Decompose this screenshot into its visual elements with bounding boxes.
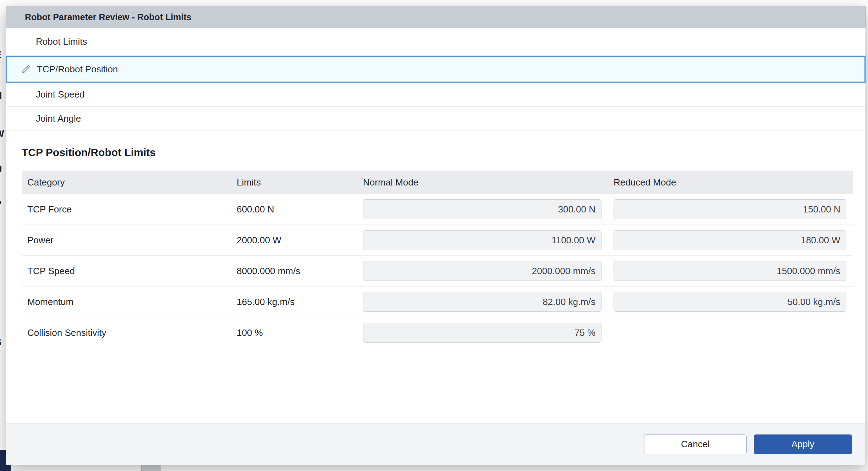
- row-limit: 100 %: [231, 327, 357, 338]
- table-header-row: Category Limits Normal Mode Reduced Mode: [22, 171, 853, 194]
- normal-mode-input[interactable]: [363, 323, 601, 343]
- nav-list: Robot Limits TCP/Robot Position Joint Sp…: [6, 28, 866, 131]
- row-limit: 8000.000 mm/s: [231, 266, 357, 277]
- row-limit: 600.00 N: [231, 204, 357, 215]
- normal-mode-input[interactable]: [363, 292, 601, 312]
- table-row-tcp-speed: TCP Speed 8000.000 mm/s: [22, 256, 853, 287]
- nav-item-label: Robot Limits: [36, 36, 87, 47]
- background-text-fragment: W: [0, 128, 5, 140]
- background-text-fragment: P: [0, 199, 5, 211]
- robot-parameter-dialog: Robot Parameter Review - Robot Limits Ro…: [6, 6, 866, 465]
- cancel-button[interactable]: Cancel: [644, 434, 747, 454]
- nav-item-joint-angle[interactable]: Joint Angle: [6, 107, 866, 131]
- normal-mode-input[interactable]: [363, 230, 601, 250]
- row-limit: 165.00 kg.m/s: [231, 297, 357, 307]
- dialog-footer: Cancel Apply: [6, 423, 866, 465]
- apply-button[interactable]: Apply: [754, 434, 852, 454]
- normal-mode-input[interactable]: [363, 261, 601, 281]
- dialog-title-bar: Robot Parameter Review - Robot Limits: [6, 6, 866, 28]
- table-row-power: Power 2000.00 W: [22, 225, 853, 256]
- pencil-edit-icon: [20, 63, 32, 75]
- background-text-fragment: E: [0, 50, 5, 62]
- row-category: Power: [22, 235, 231, 246]
- section-title: TCP Position/Robot Limits: [22, 146, 866, 159]
- background-text-fragment: N: [0, 90, 5, 102]
- nav-item-robot-limits[interactable]: Robot Limits: [6, 28, 866, 56]
- column-header-category: Category: [22, 177, 231, 188]
- reduced-mode-input[interactable]: [614, 230, 846, 250]
- background-text-fragment: S: [0, 337, 5, 349]
- normal-mode-input[interactable]: [363, 199, 601, 219]
- nav-item-label: Joint Angle: [36, 113, 81, 124]
- nav-item-label: TCP/Robot Position: [37, 64, 118, 75]
- table-row-momentum: Momentum 165.00 kg.m/s: [22, 287, 853, 317]
- row-category: TCP Speed: [22, 266, 231, 277]
- table-row-collision-sensitivity: Collision Sensitivity 100 %: [22, 317, 853, 348]
- nav-item-label: Joint Speed: [36, 89, 84, 100]
- row-category: Momentum: [22, 297, 231, 307]
- reduced-mode-input[interactable]: [614, 292, 846, 312]
- reduced-mode-input[interactable]: [614, 199, 846, 219]
- background-text-fragment: U: [0, 164, 5, 176]
- column-header-normal-mode: Normal Mode: [357, 177, 608, 188]
- column-header-limits: Limits: [231, 177, 357, 188]
- row-category: TCP Force: [22, 204, 231, 215]
- reduced-mode-input[interactable]: [614, 261, 846, 281]
- limits-table: Category Limits Normal Mode Reduced Mode…: [22, 171, 853, 348]
- nav-item-tcp-robot-position[interactable]: TCP/Robot Position: [6, 56, 866, 83]
- table-row-tcp-force: TCP Force 600.00 N: [22, 194, 853, 225]
- column-header-reduced-mode: Reduced Mode: [608, 177, 853, 188]
- row-limit: 2000.00 W: [231, 235, 357, 246]
- row-category: Collision Sensitivity: [22, 327, 231, 338]
- dialog-title: Robot Parameter Review - Robot Limits: [25, 12, 192, 22]
- nav-item-joint-speed[interactable]: Joint Speed: [6, 83, 866, 107]
